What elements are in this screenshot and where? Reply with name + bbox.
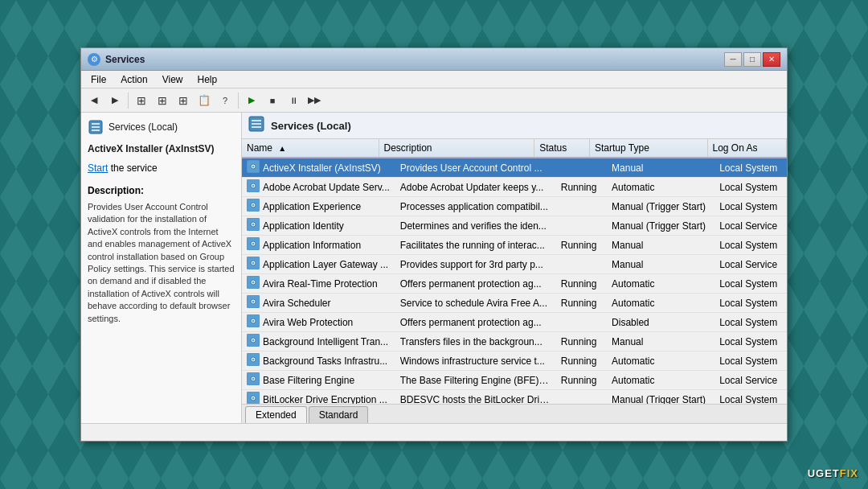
table-row[interactable]: Background Intelligent Tran...Transfers … [242, 332, 787, 351]
main-window: ⚙ Services ─ □ ✕ File Action View Help ◀… [80, 47, 788, 442]
table-header-row: Name ▲ Description Status Startup Type [242, 139, 787, 158]
col-header-name[interactable]: Name ▲ [242, 139, 379, 158]
show-details-button[interactable]: ⊞ [174, 92, 193, 109]
stop-service-button[interactable]: ■ [263, 92, 282, 109]
col-header-logon[interactable]: Log On As [707, 139, 786, 158]
service-name-text: Avira Scheduler [263, 298, 331, 309]
service-name-text: ActiveX Installer (AxInstSV) [263, 162, 381, 174]
menu-help[interactable]: Help [191, 72, 224, 87]
cell-status [556, 158, 607, 178]
help-button[interactable]: ? [215, 92, 235, 109]
svg-point-7 [252, 185, 255, 187]
tab-extended[interactable]: Extended [245, 406, 307, 423]
start-service-button[interactable]: ▶ [242, 92, 261, 109]
cell-name: Application Identity [242, 216, 395, 235]
table-row[interactable]: BitLocker Drive Encryption ...BDESVC hos… [242, 390, 787, 405]
properties-button[interactable]: 📋 [194, 92, 214, 109]
col-header-status[interactable]: Status [534, 139, 590, 158]
show-tree-button[interactable]: ⊞ [153, 92, 172, 109]
window-icon: ⚙ [88, 53, 100, 66]
watermark-suffix: FIX [840, 467, 858, 479]
cell-startup: Manual [607, 236, 714, 255]
window-title: Services [105, 54, 145, 65]
description-text: Provides User Account Control validation… [88, 201, 235, 325]
services-table-wrapper: Name ▲ Description Status Startup Type [242, 139, 787, 404]
col-header-startup[interactable]: Startup Type [589, 139, 707, 158]
start-service-link[interactable]: Start [88, 162, 108, 174]
cell-status: Running [556, 178, 607, 197]
cell-startup: Automatic [607, 371, 714, 390]
cell-status: Running [556, 332, 607, 351]
svg-point-40 [252, 397, 255, 400]
cell-status: Running [556, 236, 607, 255]
cell-name: Application Information [242, 236, 395, 254]
table-row[interactable]: Avira Real-Time ProtectionOffers permane… [242, 274, 787, 294]
cell-status: Running [556, 274, 607, 294]
pause-service-button[interactable]: ⏸ [284, 92, 303, 109]
toolbar: ◀ ▶ ⊞ ⊞ ⊞ 📋 ? ▶ ■ ⏸ ▶▶ [81, 88, 787, 113]
maximize-button[interactable]: □ [743, 52, 761, 67]
menu-file[interactable]: File [84, 72, 113, 87]
service-name-text: Background Intelligent Tran... [263, 336, 388, 347]
cell-description: Transfers files in the backgroun... [395, 332, 556, 351]
cell-logon: Local System [714, 332, 787, 351]
table-row[interactable]: Base Filtering EngineThe Base Filtering … [242, 371, 787, 390]
show-console-button[interactable]: ⊞ [132, 92, 151, 109]
table-row[interactable]: Adobe Acrobat Update Serv...Adobe Acroba… [242, 178, 787, 197]
cell-status [556, 390, 607, 405]
cell-logon: Local System [714, 351, 787, 371]
minimize-button[interactable]: ─ [724, 52, 742, 67]
service-name-text: BitLocker Drive Encryption ... [263, 394, 387, 405]
service-row-icon [247, 237, 260, 253]
menu-action[interactable]: Action [114, 72, 154, 87]
cell-logon: Local System [714, 274, 787, 294]
cell-startup: Automatic [607, 274, 714, 294]
col-header-description[interactable]: Description [379, 139, 534, 158]
service-name-text: Adobe Acrobat Update Serv... [263, 182, 390, 193]
cell-description: The Base Filtering Engine (BFE) i... [395, 371, 556, 390]
svg-point-16 [252, 243, 255, 245]
sort-arrow-name: ▲ [278, 144, 286, 153]
table-row[interactable]: Background Tasks Infrastru...Windows inf… [242, 351, 787, 371]
service-row-icon [247, 392, 260, 404]
svg-point-37 [252, 378, 255, 380]
window-controls: ─ □ ✕ [724, 52, 780, 67]
selected-service-name: ActiveX Installer (AxInstSV) [88, 143, 235, 154]
cell-status [556, 313, 607, 332]
title-bar: ⚙ Services ─ □ ✕ [81, 48, 787, 71]
cell-logon: Local System [714, 313, 787, 332]
cell-description: Adobe Acrobat Updater keeps y... [395, 178, 556, 197]
tab-bar: Extended Standard [242, 404, 787, 423]
description-label: Description: [88, 185, 235, 196]
cell-description: Windows infrastructure service t... [395, 351, 556, 371]
right-panel: Services (Local) Name ▲ Description [242, 113, 787, 423]
tab-standard[interactable]: Standard [309, 406, 369, 423]
table-row[interactable]: Application Layer Gateway ...Provides su… [242, 255, 787, 274]
table-row[interactable]: ActiveX Installer (AxInstSV)Provides Use… [242, 158, 787, 178]
cell-status: Running [556, 294, 607, 313]
menu-bar: File Action View Help [81, 71, 787, 88]
table-row[interactable]: Application InformationFacilitates the r… [242, 236, 787, 255]
cell-status: Running [556, 371, 607, 390]
table-row[interactable]: Avira SchedulerService to schedule Avira… [242, 294, 787, 313]
back-button[interactable]: ◀ [84, 92, 104, 109]
cell-description: Provides User Account Control ... [395, 158, 556, 178]
svg-point-34 [252, 359, 255, 361]
table-row[interactable]: Application ExperienceProcesses applicat… [242, 197, 787, 216]
cell-status: Running [556, 351, 607, 371]
forward-button[interactable]: ▶ [105, 92, 125, 109]
cell-startup: Disabled [607, 313, 714, 332]
cell-name: ActiveX Installer (AxInstSV) [242, 158, 395, 177]
close-button[interactable]: ✕ [763, 52, 780, 67]
cell-logon: Local System [714, 390, 787, 405]
cell-startup: Manual (Trigger Start) [607, 197, 714, 216]
menu-view[interactable]: View [156, 72, 190, 87]
cell-description: Service to schedule Avira Free A... [395, 294, 556, 313]
cell-logon: Local Service [714, 255, 787, 274]
table-body-scroll[interactable]: ActiveX Installer (AxInstSV)Provides Use… [242, 158, 787, 404]
services-panel-title: Services (Local) [271, 120, 351, 132]
svg-point-13 [252, 224, 255, 226]
table-row[interactable]: Application IdentityDetermines and verif… [242, 216, 787, 236]
table-row[interactable]: Avira Web ProtectionOffers permanent pro… [242, 313, 787, 332]
restart-service-button[interactable]: ▶▶ [305, 92, 324, 109]
